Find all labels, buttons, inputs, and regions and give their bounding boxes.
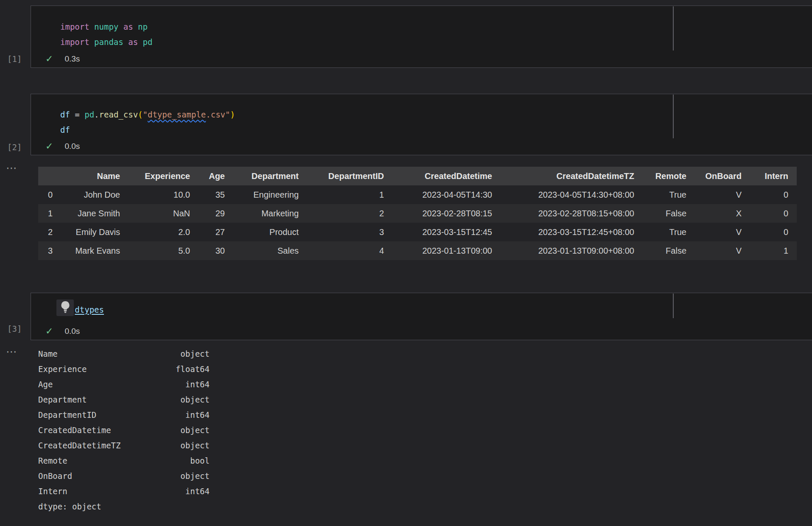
dtype-column-name: Remote — [38, 453, 67, 468]
table-cell: 1 — [38, 204, 64, 223]
table-cell: V — [686, 223, 742, 241]
table-row: 1Jane SmithNaN29Marketing22023-02-28T08:… — [38, 204, 797, 223]
table-cell: True — [634, 223, 686, 241]
success-check-icon: ✓ — [45, 142, 53, 151]
table-cell: Mark Evans — [64, 241, 120, 260]
column-header — [38, 167, 64, 185]
dtype-value: object — [180, 346, 210, 361]
table-cell: 2.0 — [120, 223, 190, 241]
editor-ruler — [673, 95, 674, 138]
dataframe-table: NameExperienceAgeDepartmentDepartmentIDC… — [38, 167, 797, 260]
success-check-icon: ✓ — [45, 327, 53, 336]
table-cell: 2 — [299, 204, 384, 223]
table-cell: 29 — [190, 204, 225, 223]
table-cell: 27 — [190, 223, 225, 241]
table-cell: Engineering — [225, 185, 299, 204]
cell-status-bar: ✓ 0.0s — [45, 327, 80, 336]
quick-fix-highlight[interactable] — [56, 299, 74, 316]
dtype-value: object — [180, 422, 210, 438]
code-line: df.dtypes — [31, 302, 812, 317]
dtypes-output: NameobjectExperiencefloat64Ageint64Depar… — [38, 346, 210, 514]
code-lines: import numpy as npimport pandas as pd — [31, 19, 812, 50]
table-cell: 2023-01-13T09:00 — [384, 241, 492, 260]
lightbulb-icon[interactable] — [60, 300, 71, 315]
table-cell: 2 — [38, 223, 64, 241]
cell-status-bar: ✓ 0.3s — [45, 54, 80, 64]
execution-duration: 0.0s — [64, 142, 80, 151]
table-cell: Jane Smith — [64, 204, 120, 223]
column-header: CreatedDatetime — [384, 167, 492, 185]
table-cell: John Doe — [64, 185, 120, 204]
table-cell: 2023-03-15T12:45+08:00 — [492, 223, 634, 241]
success-check-icon: ✓ — [45, 54, 53, 64]
execution-count-2: [2] — [7, 143, 22, 152]
code-line: import pandas as pd — [31, 34, 812, 50]
dtype-value: object — [180, 438, 210, 453]
table-row: 0John Doe10.035Engineering12023-04-05T14… — [38, 185, 797, 204]
table-cell: 5.0 — [120, 241, 190, 260]
editor-ruler — [673, 294, 674, 318]
dtype-entry: CreatedDatetimeobject — [38, 422, 210, 438]
execution-count-1: [1] — [7, 54, 22, 64]
table-cell: 2023-04-05T14:30+08:00 — [492, 185, 634, 204]
dtype-entry: Remotebool — [38, 453, 210, 468]
column-header: Remote — [634, 167, 686, 185]
table-cell: 0 — [742, 185, 797, 204]
table-cell: False — [634, 241, 686, 260]
table-cell: 2023-01-13T09:00+08:00 — [492, 241, 634, 260]
table-cell: V — [686, 185, 742, 204]
editor-ruler — [673, 6, 674, 50]
column-header: Intern — [742, 167, 797, 185]
table-cell: V — [686, 241, 742, 260]
execution-count-3: [3] — [7, 324, 22, 333]
dtype-column-name: Department — [38, 392, 87, 407]
dtype-value: object — [180, 468, 210, 484]
code-editor[interactable]: df = pd.read_csv("dtype_sample.csv")df — [31, 94, 812, 137]
table-cell: 0 — [742, 204, 797, 223]
table-cell: 2023-04-05T14:30 — [384, 185, 492, 204]
dtype-value: int64 — [185, 484, 210, 499]
dtype-column-name: CreatedDatetimeTZ — [38, 438, 120, 453]
dtype-entry: OnBoardobject — [38, 468, 210, 484]
code-lines: df = pd.read_csv("dtype_sample.csv")df — [31, 107, 812, 137]
dtype-column-name: OnBoard — [38, 468, 72, 484]
table-cell: 35 — [190, 185, 225, 204]
table-cell: 2023-02-28T08:15+08:00 — [492, 204, 634, 223]
output-options-button[interactable]: ⋯ — [6, 164, 17, 172]
column-header: Department — [225, 167, 299, 185]
table-cell: Marketing — [225, 204, 299, 223]
table-cell: 3 — [38, 241, 64, 260]
code-cell-2[interactable]: df = pd.read_csv("dtype_sample.csv")df ✓… — [31, 94, 812, 155]
dtype-entry: Internint64 — [38, 484, 210, 499]
execution-duration: 0.3s — [64, 54, 80, 64]
execution-duration: 0.0s — [64, 327, 80, 336]
table-cell: 1 — [299, 185, 384, 204]
table-cell: Sales — [225, 241, 299, 260]
table-cell: 10.0 — [120, 185, 190, 204]
table-cell: Emily Davis — [64, 223, 120, 241]
dtype-footer: dtype: object — [38, 499, 210, 514]
code-lines: df.dtypes — [31, 302, 812, 317]
output-options-button[interactable]: ⋯ — [6, 347, 17, 356]
column-header: Experience — [120, 167, 190, 185]
code-cell-1[interactable]: import numpy as npimport pandas as pd ✓ … — [31, 6, 812, 68]
cell-status-bar: ✓ 0.0s — [45, 142, 80, 151]
code-line: df — [31, 122, 812, 137]
code-cell-3[interactable]: df.dtypes ✓ 0.0s — [31, 293, 812, 340]
table-cell: 0 — [38, 185, 64, 204]
code-line: import numpy as np — [31, 19, 812, 34]
column-header: Age — [190, 167, 225, 185]
dtype-column-name: CreatedDatetime — [38, 422, 111, 438]
code-editor[interactable]: df.dtypes — [31, 293, 812, 317]
table-header-row: NameExperienceAgeDepartmentDepartmentIDC… — [38, 167, 797, 185]
dtype-entry: CreatedDatetimeTZobject — [38, 438, 210, 453]
dtype-value: int64 — [185, 377, 210, 392]
column-header: OnBoard — [686, 167, 742, 185]
code-editor[interactable]: import numpy as npimport pandas as pd — [31, 6, 812, 50]
dtype-column-name: Name — [38, 346, 58, 361]
dtype-column-name: Age — [38, 377, 53, 392]
table-cell: 4 — [299, 241, 384, 260]
column-header: DepartmentID — [299, 167, 384, 185]
dtype-value: int64 — [185, 407, 210, 422]
code-line: df = pd.read_csv("dtype_sample.csv") — [31, 107, 812, 122]
